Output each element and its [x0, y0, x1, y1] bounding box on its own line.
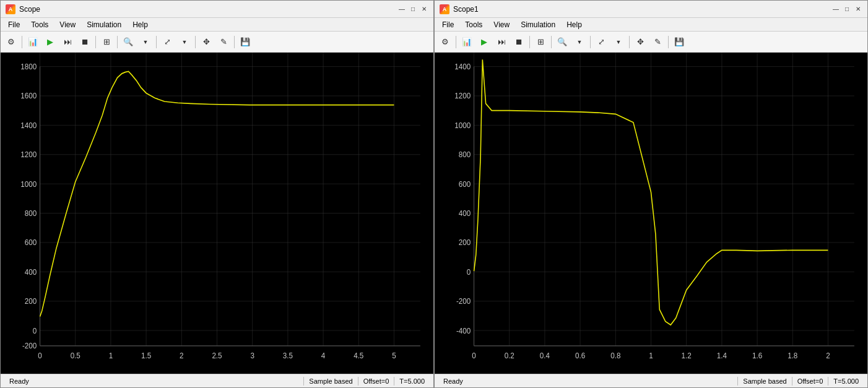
status-sep-1-right — [737, 377, 738, 386]
menu-tools-left[interactable]: Tools — [26, 19, 53, 30]
svg-text:-200: -200 — [456, 297, 471, 306]
menu-help-left[interactable]: Help — [128, 19, 153, 30]
svg-text:1200: 1200 — [454, 92, 471, 100]
zoom-dropdown-left[interactable]: ▼ — [137, 34, 154, 50]
fit-button-right[interactable]: ⤢ — [593, 34, 609, 50]
svg-text:0: 0 — [33, 326, 37, 335]
status-ready-right: Ready — [440, 377, 736, 385]
settings-button-right[interactable]: ⚙ — [437, 34, 453, 50]
restore-button-right[interactable]: □ — [843, 5, 851, 14]
svg-text:0.5: 0.5 — [71, 351, 80, 360]
status-bar-left: Ready Sample based Offset=0 T=5.000 — [1, 374, 433, 387]
svg-text:1200: 1200 — [20, 150, 37, 159]
svg-text:3: 3 — [250, 351, 254, 360]
pan-button-right[interactable]: ✥ — [632, 34, 648, 50]
svg-text:0.6: 0.6 — [575, 351, 585, 360]
fit-dropdown-right[interactable]: ▼ — [610, 34, 627, 50]
svg-text:1400: 1400 — [454, 63, 471, 71]
title-bar-left: A Scope — □ ✕ — [1, 1, 433, 18]
svg-text:1.4: 1.4 — [717, 351, 727, 360]
toolbar-left: ⚙ 📊 ▶ ⏭ ⏹ ⊞ 🔍 ▼ ⤢ ▼ ✥ ✎ 💾 — [1, 32, 433, 53]
menu-simulation-right[interactable]: Simulation — [516, 19, 560, 30]
svg-text:1.2: 1.2 — [682, 351, 692, 360]
matlab-logo-right: A — [440, 4, 449, 14]
minimize-button-left[interactable]: — — [397, 5, 406, 14]
status-ready-left: Ready — [6, 377, 302, 385]
step-button-right[interactable]: ⏭ — [493, 34, 510, 50]
svg-text:0.2: 0.2 — [505, 351, 514, 360]
menu-simulation-left[interactable]: Simulation — [82, 19, 126, 30]
zoom-dropdown-right[interactable]: ▼ — [571, 34, 588, 50]
title-bar-right: A Scope1 — □ ✕ — [435, 1, 867, 18]
fit-button-left[interactable]: ⤢ — [159, 34, 175, 50]
settings-button-left[interactable]: ⚙ — [3, 34, 19, 50]
window-controls-left: — □ ✕ — [397, 5, 428, 14]
minimize-button-right[interactable]: — — [831, 5, 840, 14]
status-sample-based-left: Sample based — [305, 377, 356, 385]
scope-params-button-left[interactable]: 📊 — [25, 34, 41, 50]
status-time-right: T=5.000 — [830, 377, 862, 385]
restore-button-left[interactable]: □ — [409, 5, 417, 14]
layout-button-right[interactable]: ⊞ — [532, 34, 549, 50]
run-button-left[interactable]: ▶ — [42, 34, 58, 50]
window-title-right: Scope1 — [453, 5, 831, 14]
svg-text:5: 5 — [392, 351, 396, 360]
tb-sep-6-left — [234, 36, 235, 48]
tb-sep-4-right — [590, 36, 591, 48]
svg-text:4: 4 — [321, 351, 326, 360]
svg-text:4.5: 4.5 — [354, 351, 363, 360]
tb-sep-1-right — [456, 36, 456, 48]
menu-view-left[interactable]: View — [54, 19, 80, 30]
cursor-button-right[interactable]: ✎ — [649, 34, 666, 50]
tb-sep-4-left — [156, 36, 157, 48]
svg-text:600: 600 — [25, 238, 37, 247]
save-button-left[interactable]: 💾 — [237, 34, 253, 50]
svg-text:0: 0 — [467, 267, 471, 276]
run-button-right[interactable]: ▶ — [476, 34, 492, 50]
svg-text:0: 0 — [38, 351, 42, 360]
status-sample-based-right: Sample based — [739, 377, 790, 385]
layout-button-left[interactable]: ⊞ — [98, 34, 115, 50]
svg-text:200: 200 — [459, 238, 471, 247]
pan-button-left[interactable]: ✥ — [198, 34, 214, 50]
stop-button-left[interactable]: ⏹ — [77, 34, 93, 50]
tb-sep-2-right — [529, 36, 530, 48]
svg-text:800: 800 — [25, 209, 37, 218]
zoom-in-button-right[interactable]: 🔍 — [554, 34, 570, 50]
svg-text:1400: 1400 — [20, 121, 37, 130]
svg-text:3.5: 3.5 — [283, 351, 293, 360]
status-sep-2-right — [792, 377, 792, 386]
save-button-right[interactable]: 💾 — [671, 34, 687, 50]
svg-text:200: 200 — [25, 297, 37, 306]
tb-sep-5-right — [629, 36, 630, 48]
window-title-left: Scope — [19, 5, 397, 14]
svg-text:0: 0 — [472, 351, 476, 360]
svg-text:1800: 1800 — [20, 63, 37, 71]
fit-dropdown-left[interactable]: ▼ — [176, 34, 193, 50]
menu-help-right[interactable]: Help — [562, 19, 587, 30]
close-button-left[interactable]: ✕ — [420, 5, 428, 14]
menu-view-right[interactable]: View — [488, 19, 514, 30]
cursor-button-left[interactable]: ✎ — [215, 34, 232, 50]
status-sep-1-left — [303, 377, 304, 386]
tb-sep-1-left — [22, 36, 22, 48]
zoom-in-button-left[interactable]: 🔍 — [120, 34, 136, 50]
close-button-right[interactable]: ✕ — [854, 5, 862, 14]
svg-text:400: 400 — [25, 267, 37, 276]
status-offset-right: Offset=0 — [794, 377, 827, 385]
svg-text:-200: -200 — [22, 342, 37, 350]
status-sep-3-right — [828, 377, 828, 386]
step-button-left[interactable]: ⏭ — [59, 34, 76, 50]
svg-text:600: 600 — [459, 179, 471, 188]
scope-params-button-right[interactable]: 📊 — [459, 34, 475, 50]
tb-sep-2-left — [95, 36, 96, 48]
status-sep-2-left — [358, 377, 358, 386]
menu-file-left[interactable]: File — [3, 19, 25, 30]
menu-file-right[interactable]: File — [437, 19, 459, 30]
svg-text:2.5: 2.5 — [212, 351, 222, 360]
menu-bar-left: File Tools View Simulation Help — [1, 18, 433, 32]
menu-tools-right[interactable]: Tools — [460, 19, 487, 30]
svg-text:1000: 1000 — [454, 121, 471, 130]
stop-button-right[interactable]: ⏹ — [511, 34, 527, 50]
svg-text:1600: 1600 — [20, 92, 37, 100]
